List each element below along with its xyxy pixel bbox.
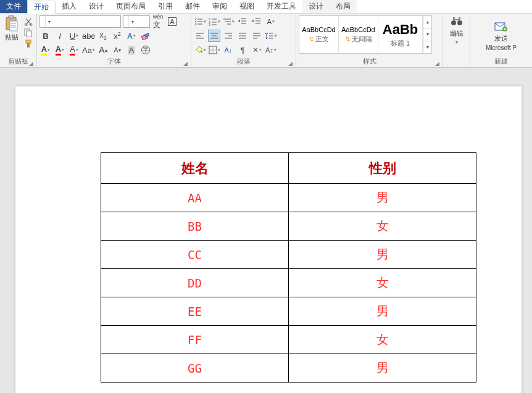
- increase-indent-button[interactable]: [251, 15, 263, 28]
- cell-gender[interactable]: 女: [289, 326, 476, 354]
- font-size-combo[interactable]: ▾: [123, 15, 150, 28]
- document-canvas[interactable]: 姓名 性别 AA男BB女CC男DD女EE男FF女GG男: [0, 68, 532, 393]
- find-button[interactable]: 编辑 ▾: [447, 15, 466, 45]
- phonetic-guide-button[interactable]: wén文: [152, 15, 164, 28]
- cell-gender[interactable]: 男: [289, 297, 476, 326]
- cell-name[interactable]: BB: [101, 212, 289, 241]
- header-name[interactable]: 姓名: [101, 153, 289, 184]
- table-header-row[interactable]: 姓名 性别: [101, 153, 476, 184]
- svg-rect-13: [145, 33, 149, 37]
- cell-gender[interactable]: 男: [289, 354, 476, 383]
- tab-review[interactable]: 审阅: [206, 0, 233, 13]
- font-shading-button[interactable]: A▾: [54, 44, 66, 56]
- italic-button[interactable]: I: [54, 30, 66, 42]
- table-row[interactable]: CC男: [101, 241, 476, 269]
- style-normal[interactable]: AaBbCcDd↯正文: [299, 16, 339, 53]
- send-button[interactable]: 发送 Microsoft P: [483, 20, 519, 51]
- tab-insert[interactable]: 插入: [56, 0, 83, 13]
- cut-button[interactable]: [23, 17, 33, 27]
- tab-mail[interactable]: 邮件: [179, 0, 206, 13]
- bullets-button[interactable]: ▾: [194, 15, 206, 28]
- align-distribute-button[interactable]: [251, 30, 263, 42]
- paste-button[interactable]: 粘贴: [2, 15, 21, 42]
- svg-rect-10: [26, 40, 31, 43]
- bold-button[interactable]: B: [39, 30, 52, 42]
- gallery-scroll-up[interactable]: ▴: [423, 16, 431, 28]
- shrink-font-button[interactable]: A▾: [111, 44, 123, 56]
- numbering-button[interactable]: 123▾: [208, 15, 220, 28]
- document-table[interactable]: 姓名 性别 AA男BB女CC男DD女EE男FF女GG男: [101, 152, 476, 383]
- send-label: 发送: [494, 34, 508, 43]
- tab-table-design[interactable]: 设计: [302, 0, 330, 13]
- superscript-button[interactable]: x2: [111, 30, 123, 42]
- cell-name[interactable]: DD: [101, 269, 289, 297]
- snap-to-grid-button[interactable]: ✕▾: [251, 44, 263, 56]
- table-row[interactable]: AA男: [101, 184, 476, 212]
- show-marks-button[interactable]: ¶: [236, 44, 249, 56]
- tab-design[interactable]: 设计: [83, 0, 110, 13]
- borders-button[interactable]: ▾: [208, 44, 220, 56]
- line-spacing-button[interactable]: ▾: [265, 30, 277, 42]
- cell-name[interactable]: CC: [101, 241, 289, 269]
- align-left-icon: [196, 31, 204, 40]
- svg-rect-59: [453, 17, 455, 21]
- align-justify-icon: [238, 31, 247, 40]
- table-row[interactable]: EE男: [101, 297, 476, 326]
- shading-button[interactable]: ▾: [194, 44, 206, 56]
- text-effects-button[interactable]: A▾: [125, 30, 138, 42]
- tab-file[interactable]: 文件: [0, 0, 27, 13]
- decrease-indent-button[interactable]: [236, 15, 249, 28]
- font-family-value: [40, 16, 45, 27]
- align-center-button[interactable]: [208, 30, 220, 42]
- sort-button[interactable]: A↓: [222, 44, 235, 56]
- cell-gender[interactable]: 男: [289, 184, 476, 212]
- char-shading-button[interactable]: A: [125, 44, 138, 56]
- tab-dev[interactable]: 开发工具: [260, 0, 302, 13]
- cell-name[interactable]: EE: [101, 297, 289, 326]
- underline-button[interactable]: U▾: [68, 30, 80, 42]
- tab-table-layout[interactable]: 布局: [330, 0, 357, 13]
- gallery-scroll-down[interactable]: ▾: [423, 28, 431, 41]
- align-justify-button[interactable]: [236, 30, 249, 42]
- styles-launcher[interactable]: ◢: [435, 60, 439, 67]
- tab-refs[interactable]: 引用: [152, 0, 179, 13]
- align-left-button[interactable]: [194, 30, 206, 42]
- font-launcher[interactable]: ◢: [183, 60, 188, 67]
- style-heading1[interactable]: AaBb标题 1: [378, 16, 423, 53]
- reveal-format-button[interactable]: A↕▾: [265, 44, 277, 56]
- char-border-button[interactable]: A: [166, 15, 178, 28]
- style-nospacing[interactable]: AaBbCcDd↯无间隔: [339, 16, 378, 53]
- paragraph-launcher[interactable]: ◢: [288, 60, 293, 67]
- copy-button[interactable]: [23, 28, 33, 38]
- tab-layout[interactable]: 页面布局: [110, 0, 152, 13]
- table-row[interactable]: DD女: [101, 269, 476, 297]
- clipboard-launcher[interactable]: ◢: [29, 60, 33, 67]
- cell-gender[interactable]: 女: [289, 269, 476, 297]
- subscript-button[interactable]: x2: [97, 30, 109, 42]
- cell-name[interactable]: FF: [101, 326, 289, 354]
- align-right-button[interactable]: [222, 30, 235, 42]
- table-row[interactable]: BB女: [101, 212, 476, 241]
- table-row[interactable]: FF女: [101, 326, 476, 354]
- format-painter-button[interactable]: [23, 39, 33, 49]
- table-row[interactable]: GG男: [101, 354, 476, 383]
- document-page[interactable]: 姓名 性别 AA男BB女CC男DD女EE男FF女GG男: [15, 86, 522, 393]
- multilevel-button[interactable]: ▾: [222, 15, 235, 28]
- font-color-button[interactable]: A▾: [68, 44, 80, 56]
- tab-view[interactable]: 视图: [233, 0, 260, 13]
- gallery-expand[interactable]: ▾: [423, 41, 431, 53]
- header-gender[interactable]: 性别: [289, 153, 476, 184]
- enclose-char-button[interactable]: 字: [139, 44, 152, 56]
- strike-button[interactable]: abc: [82, 30, 95, 42]
- change-case-button[interactable]: Aa▾: [82, 44, 95, 56]
- grow-font-button[interactable]: A▴: [97, 44, 109, 56]
- clear-format-button[interactable]: [139, 30, 152, 42]
- cell-gender[interactable]: 男: [289, 241, 476, 269]
- text-highlight-button[interactable]: A▾: [39, 44, 52, 56]
- font-family-combo[interactable]: ▾: [39, 15, 121, 28]
- text-direction-button[interactable]: A▾: [265, 15, 277, 28]
- tab-home[interactable]: 开始: [27, 1, 56, 14]
- cell-name[interactable]: AA: [101, 184, 289, 212]
- cell-name[interactable]: GG: [101, 354, 289, 383]
- cell-gender[interactable]: 女: [289, 212, 476, 241]
